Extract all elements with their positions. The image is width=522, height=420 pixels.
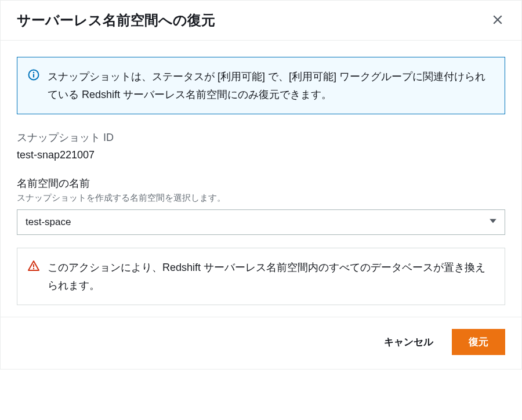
modal-title: サーバーレス名前空間への復元 xyxy=(17,11,215,30)
restore-button[interactable]: 復元 xyxy=(452,329,505,355)
snapshot-id-label: スナップショット ID xyxy=(17,131,505,144)
svg-rect-4 xyxy=(33,74,34,78)
warning-alert: このアクションにより、Redshift サーバーレス名前空間内のすべてのデータベ… xyxy=(17,248,505,305)
info-alert-text: スナップショットは、ステータスが [利用可能] で、[利用可能] ワークグループ… xyxy=(48,68,493,103)
warning-alert-text: このアクションにより、Redshift サーバーレス名前空間内のすべてのデータベ… xyxy=(48,259,493,294)
namespace-field: 名前空間の名前 スナップショットを作成する名前空間を選択します。 test-sp… xyxy=(17,176,505,235)
close-button[interactable] xyxy=(490,12,505,29)
close-icon xyxy=(492,15,503,27)
snapshot-id-value: test-snap221007 xyxy=(17,149,505,161)
namespace-label: 名前空間の名前 xyxy=(17,176,505,190)
svg-point-8 xyxy=(33,268,34,269)
info-icon xyxy=(28,69,39,103)
modal-footer: キャンセル 復元 xyxy=(1,317,521,369)
modal-header: サーバーレス名前空間への復元 xyxy=(1,1,521,41)
snapshot-id-field: スナップショット ID test-snap221007 xyxy=(17,131,505,161)
namespace-select-wrapper: test-space xyxy=(17,209,505,235)
restore-modal: サーバーレス名前空間への復元 スナップショットは、ステータスが [利用可能] で… xyxy=(0,0,522,370)
cancel-button[interactable]: キャンセル xyxy=(376,330,441,354)
svg-rect-7 xyxy=(33,265,34,267)
warning-icon xyxy=(28,260,39,294)
namespace-select[interactable]: test-space xyxy=(17,209,505,235)
info-alert: スナップショットは、ステータスが [利用可能] で、[利用可能] ワークグループ… xyxy=(17,57,505,114)
namespace-hint: スナップショットを作成する名前空間を選択します。 xyxy=(17,193,505,204)
namespace-selected-value: test-space xyxy=(26,216,71,228)
svg-point-3 xyxy=(33,72,35,74)
modal-body: スナップショットは、ステータスが [利用可能] で、[利用可能] ワークグループ… xyxy=(1,41,521,317)
